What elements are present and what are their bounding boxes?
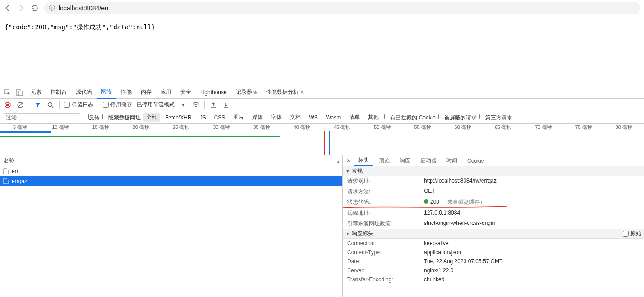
network-timeline[interactable]: 5 毫秒10 毫秒15 毫秒20 毫秒 25 毫秒30 毫秒35 毫秒40 毫秒… xyxy=(0,124,644,155)
type-chip-js[interactable]: JS xyxy=(197,114,209,121)
blocked-requests-checkbox[interactable]: 被屏蔽的请求 xyxy=(438,114,477,122)
kv-request-method: 请求方法:GET xyxy=(343,187,644,197)
tab-performance[interactable]: 性能 xyxy=(116,86,136,99)
tab-console[interactable]: 控制台 xyxy=(46,86,71,99)
tab-sources[interactable]: 源代码 xyxy=(71,86,97,99)
request-name: err xyxy=(12,168,18,174)
tab-preview[interactable]: 预览 xyxy=(374,155,394,166)
type-chip-fetchxhr[interactable]: Fetch/XHR xyxy=(162,114,194,121)
blocked-cookies-checkbox[interactable]: 有已拦截的 Cookie xyxy=(384,114,436,122)
kv-referrer-policy: 引荐来源网址政策:strict-origin-when-cross-origin xyxy=(343,219,644,229)
import-har-icon[interactable] xyxy=(209,101,217,109)
search-icon[interactable] xyxy=(46,101,55,109)
svg-point-7 xyxy=(48,102,52,106)
tab-recorder[interactable]: 记录器⚗ xyxy=(231,86,262,99)
network-toolbar: 保留日志 停用缓存 已停用节流模式 ▾ xyxy=(0,99,644,111)
network-split-view: 名称 ▴ err errqaz ✕ 标头 预览 响应 xyxy=(0,155,644,297)
caret-up-icon[interactable]: ▴ xyxy=(337,158,340,164)
export-har-icon[interactable] xyxy=(222,101,230,109)
tab-perf-insights[interactable]: 性能数据分析⚗ xyxy=(262,86,308,99)
filter-toggle-icon[interactable] xyxy=(34,101,42,109)
kv-connection: Connection:keep-alive xyxy=(343,239,644,248)
timeline-marker-red xyxy=(327,131,327,155)
hide-data-urls-checkbox[interactable]: 隐藏数据网址 xyxy=(102,114,141,122)
tab-response[interactable]: 响应 xyxy=(395,155,415,166)
timeline-ticks: 5 毫秒10 毫秒15 毫秒20 毫秒 25 毫秒30 毫秒35 毫秒40 毫秒… xyxy=(0,124,644,131)
svg-line-8 xyxy=(52,106,53,108)
page-content: {"code":200,"msg":"操作成功","data":null} xyxy=(0,16,644,86)
status-dot-icon xyxy=(424,199,428,204)
timeline-marker-blue xyxy=(329,131,330,155)
tab-elements[interactable]: 元素 xyxy=(26,86,46,99)
document-icon xyxy=(3,168,9,174)
tab-lighthouse[interactable]: Lighthouse xyxy=(196,86,231,99)
details-tabbar: ✕ 标头 预览 响应 启动器 时间 Cookie xyxy=(343,155,644,166)
type-chip-ws[interactable]: WS xyxy=(306,114,320,121)
svg-rect-4 xyxy=(6,104,9,106)
browser-toolbar: ⓘ localhost:8084/err xyxy=(0,0,644,16)
tab-headers[interactable]: 标头 xyxy=(354,155,373,166)
type-chip-css[interactable]: CSS xyxy=(212,114,228,121)
filter-input[interactable] xyxy=(4,113,80,122)
tab-cookies[interactable]: Cookie xyxy=(463,155,488,166)
devtools-tabbar: 元素 控制台 源代码 网络 性能 内存 应用 安全 Lighthouse 记录器… xyxy=(0,86,644,99)
devtools-panel: 元素 控制台 源代码 网络 性能 内存 应用 安全 Lighthouse 记录器… xyxy=(0,86,644,297)
forward-button[interactable] xyxy=(17,4,25,12)
flask-icon: ⚗ xyxy=(253,90,257,95)
type-chip-media[interactable]: 媒体 xyxy=(249,113,266,122)
device-toggle-icon[interactable] xyxy=(14,87,24,97)
type-chip-wasm[interactable]: Wasm xyxy=(323,114,344,121)
kv-transfer-encoding: Transfer-Encoding:chunked xyxy=(343,275,644,284)
disable-cache-checkbox[interactable]: 停用缓存 xyxy=(103,101,132,109)
clear-button[interactable] xyxy=(16,101,24,109)
request-row[interactable]: errqaz xyxy=(0,176,342,186)
tab-initiator[interactable]: 启动器 xyxy=(416,155,441,166)
tab-application[interactable]: 应用 xyxy=(156,86,176,99)
reload-button[interactable] xyxy=(31,4,39,12)
throttle-status[interactable]: 已停用节流模式 xyxy=(137,101,175,109)
type-chip-doc[interactable]: 文档 xyxy=(287,113,304,122)
tab-security[interactable]: 安全 xyxy=(176,86,196,99)
inspect-element-icon[interactable] xyxy=(3,87,13,97)
kv-server: Server:nginx/1.22.0 xyxy=(343,266,644,275)
third-party-checkbox[interactable]: 第三方请求 xyxy=(479,114,512,122)
tab-timing[interactable]: 时间 xyxy=(442,155,462,166)
request-list: 名称 ▴ err errqaz xyxy=(0,155,343,297)
document-icon xyxy=(3,178,9,184)
type-chip-all[interactable]: 全部 xyxy=(143,113,160,122)
tab-network[interactable]: 网络 xyxy=(97,86,116,99)
kv-content-type: Content-Type:application/json xyxy=(343,248,644,257)
tab-memory[interactable]: 内存 xyxy=(136,86,156,99)
disclosure-triangle-icon: ▼ xyxy=(345,169,350,174)
type-chip-manifest[interactable]: 清单 xyxy=(346,113,363,122)
request-name: errqaz xyxy=(12,178,27,184)
flask-icon: ⚗ xyxy=(299,90,304,95)
close-details-button[interactable]: ✕ xyxy=(345,158,353,164)
annotation-redline xyxy=(343,207,644,208)
column-header-name[interactable]: 名称 ▴ xyxy=(0,155,342,166)
kv-request-url: 请求网址:http://localhost:8084/rw/errqaz xyxy=(343,176,644,187)
svg-rect-2 xyxy=(19,91,23,96)
network-conditions-icon[interactable] xyxy=(192,101,200,109)
type-chip-other[interactable]: 其他 xyxy=(365,113,382,122)
record-button[interactable] xyxy=(4,101,12,109)
site-info-icon[interactable]: ⓘ xyxy=(49,4,55,12)
kv-date: Date:Tue, 22 Aug 2023 07:05:57 GMT xyxy=(343,257,644,266)
dropdown-icon[interactable]: ▾ xyxy=(179,101,187,109)
type-chip-font[interactable]: 字体 xyxy=(268,113,285,122)
section-response-headers[interactable]: ▼ 响应标头 原始 xyxy=(343,229,644,239)
section-general[interactable]: ▼ 常规 xyxy=(343,166,644,176)
timeline-marker-red xyxy=(324,131,325,155)
type-chip-img[interactable]: 图片 xyxy=(230,113,247,122)
timeline-bar xyxy=(0,131,51,133)
address-bar[interactable]: ⓘ localhost:8084/err xyxy=(44,2,640,14)
raw-checkbox[interactable]: 原始 xyxy=(623,230,641,238)
request-details: ✕ 标头 预览 响应 启动器 时间 Cookie ▼ 常规 请求网址:http:… xyxy=(343,155,644,297)
url-text: localhost:8084/err xyxy=(59,5,109,12)
back-button[interactable] xyxy=(4,4,12,12)
request-row[interactable]: err xyxy=(0,166,342,176)
timeline-bar xyxy=(0,136,280,137)
invert-checkbox[interactable]: 反转 xyxy=(83,114,100,122)
disclosure-triangle-icon: ▼ xyxy=(345,231,350,236)
preserve-log-checkbox[interactable]: 保留日志 xyxy=(64,101,93,109)
